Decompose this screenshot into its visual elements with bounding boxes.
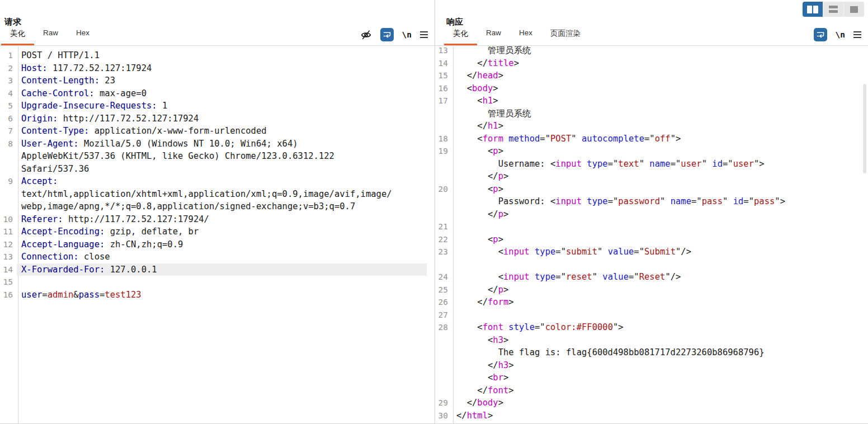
code-line[interactable]: 16 <body>: [435, 82, 868, 95]
line-text: </p>: [452, 208, 868, 221]
code-line[interactable]: 2Host: 117.72.52.127:17924: [0, 62, 435, 75]
code-line[interactable]: 13Connection: close: [0, 251, 435, 263]
line-text: Content-Type: application/x-www-form-url…: [17, 125, 435, 138]
line-text: <p>: [452, 183, 868, 196]
hide-matches-icon[interactable]: [360, 29, 372, 41]
code-line[interactable]: 6Origin: http://117.72.52.127:17924: [0, 112, 435, 125]
line-text: AppleWebKit/537.36 (KHTML, like Gecko) C…: [17, 150, 435, 163]
code-line[interactable]: 12Accept-Language: zh-CN,zh;q=0.9: [0, 238, 435, 251]
code-line[interactable]: Safari/537.36: [0, 163, 435, 176]
newline-icon[interactable]: \n: [402, 30, 412, 39]
line-number: 13: [0, 251, 17, 263]
tab-pretty[interactable]: 美化: [444, 25, 477, 45]
line-text: X-Forwarded-For: 127.0.0.1: [17, 263, 427, 276]
line-number: 28: [435, 321, 452, 334]
code-line[interactable]: 18 <form method="POST" autocomplete="off…: [435, 133, 868, 145]
line-text: webp,image/apng,*/*;q=0.8,application/si…: [17, 200, 435, 213]
code-line[interactable]: 3Content-Length: 23: [0, 74, 435, 87]
line-number: 13: [435, 44, 452, 57]
code-line[interactable]: The flag is: flag{600d498bb081717d227326…: [435, 346, 868, 359]
code-line[interactable]: 15 </head>: [435, 69, 868, 82]
code-line[interactable]: 26 </form>: [435, 296, 868, 309]
code-line[interactable]: </h1>: [435, 120, 868, 133]
code-line[interactable]: 27: [435, 309, 868, 322]
line-number: 14: [0, 263, 17, 276]
line-number: 4: [0, 87, 17, 100]
code-line[interactable]: 4Cache-Control: max-age=0: [0, 87, 435, 100]
wrap-lines-icon[interactable]: [814, 28, 827, 41]
code-line[interactable]: </p>: [435, 208, 868, 221]
code-line[interactable]: Password: <input type="password" name="p…: [435, 195, 868, 208]
tab-render[interactable]: 页面渲染: [541, 25, 589, 45]
line-text: Cache-Control: max-age=0: [17, 87, 435, 100]
line-text: </p>: [452, 284, 868, 296]
newline-icon[interactable]: \n: [836, 30, 845, 39]
request-editor: 1POST / HTTP/1.12Host: 117.72.52.127:179…: [0, 46, 435, 301]
line-number: 23: [435, 246, 452, 258]
code-line[interactable]: 14X-Forwarded-For: 127.0.0.1: [0, 263, 435, 276]
code-line[interactable]: 24 <input type="reset" value="Reset"/>: [435, 271, 868, 284]
code-line[interactable]: 11Accept-Encoding: gzip, deflate, br: [0, 225, 435, 238]
line-text: <h3>: [452, 334, 868, 347]
code-line[interactable]: 15: [0, 276, 435, 289]
line-text: </html>: [452, 409, 868, 422]
line-text: </p>: [452, 170, 868, 183]
menu-icon[interactable]: [420, 31, 428, 38]
tab-hex[interactable]: Hex: [510, 25, 541, 45]
message-editor: 请求 美化RawHex: [0, 0, 868, 424]
tab-raw[interactable]: Raw: [34, 25, 67, 45]
line-text: Connection: close: [17, 251, 435, 263]
code-line[interactable]: 13 管理员系统: [435, 44, 868, 57]
code-line[interactable]: 1POST / HTTP/1.1: [0, 49, 435, 62]
line-text: <form method="POST" autocomplete="off">: [452, 133, 868, 145]
code-line[interactable]: 14 </title>: [435, 57, 868, 70]
code-line[interactable]: Username: <input type="text" name="user"…: [435, 158, 868, 171]
code-line[interactable]: 19 <p>: [435, 145, 868, 158]
code-line[interactable]: 5Upgrade-Insecure-Requests: 1: [0, 100, 435, 112]
code-line[interactable]: 21: [435, 220, 868, 233]
code-line[interactable]: <h3>: [435, 334, 868, 347]
code-line[interactable]: <br>: [435, 371, 868, 384]
layout-columns-button[interactable]: [803, 2, 823, 17]
line-number: [435, 384, 452, 397]
line-text: </h3>: [452, 359, 868, 372]
line-number: 15: [0, 276, 17, 289]
line-number: [435, 195, 452, 208]
code-line[interactable]: 29 </body>: [435, 397, 868, 409]
layout-rows-button[interactable]: [823, 2, 843, 17]
code-line[interactable]: </font>: [435, 384, 868, 397]
code-line[interactable]: [435, 258, 868, 271]
code-line[interactable]: 25 </p>: [435, 284, 868, 296]
tab-pretty[interactable]: 美化: [1, 25, 34, 45]
code-line[interactable]: 28 <font style="color:#FF0000">: [435, 321, 868, 334]
code-line[interactable]: 9Accept:: [0, 175, 435, 188]
code-line[interactable]: </p>: [435, 170, 868, 183]
tab-raw[interactable]: Raw: [477, 25, 510, 45]
line-text: Origin: http://117.72.52.127:17924: [17, 112, 435, 125]
code-line[interactable]: 管理员系统: [435, 107, 868, 120]
code-line[interactable]: 10Referer: http://117.72.52.127:17924/: [0, 213, 435, 226]
line-number: [435, 158, 452, 171]
wrap-lines-icon[interactable]: [380, 28, 394, 41]
code-line[interactable]: 22 <p>: [435, 233, 868, 246]
line-text: </form>: [452, 296, 868, 309]
code-line[interactable]: 8User-Agent: Mozilla/5.0 (Windows NT 10.…: [0, 138, 435, 150]
line-text: User-Agent: Mozilla/5.0 (Windows NT 10.0…: [17, 138, 435, 150]
line-number: 22: [435, 233, 452, 246]
code-line[interactable]: 17 <h1>: [435, 95, 868, 107]
code-line[interactable]: 16user=admin&pass=test123: [0, 289, 435, 301]
request-tabs-row: 美化RawHex \n: [0, 27, 435, 46]
layout-single-button[interactable]: [843, 2, 864, 17]
code-line[interactable]: webp,image/apng,*/*;q=0.8,application/si…: [0, 200, 435, 213]
code-line[interactable]: 23 <input type="submit" value="Submit"/>: [435, 246, 868, 258]
code-line[interactable]: 20 <p>: [435, 183, 868, 196]
code-line[interactable]: AppleWebKit/537.36 (KHTML, like Gecko) C…: [0, 150, 435, 163]
line-number: 17: [435, 95, 452, 107]
code-line[interactable]: </h3>: [435, 359, 868, 372]
code-line[interactable]: text/html,application/xhtml+xml,applicat…: [0, 188, 435, 201]
menu-icon[interactable]: [853, 31, 861, 38]
line-text: 管理员系统: [452, 107, 868, 120]
code-line[interactable]: 7Content-Type: application/x-www-form-ur…: [0, 125, 435, 138]
tab-hex[interactable]: Hex: [67, 25, 98, 45]
code-line[interactable]: 30</html>: [435, 409, 868, 422]
